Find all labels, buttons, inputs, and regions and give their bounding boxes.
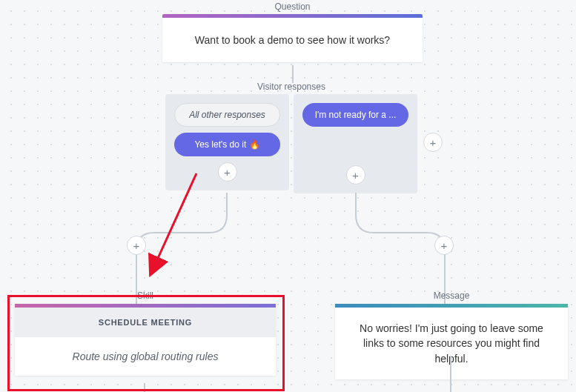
response-pill-notready[interactable]: I'm not ready for a ... [302, 103, 408, 127]
section-label-question: Question [162, 1, 423, 12]
add-response-button-right[interactable]: + [346, 165, 365, 185]
response-panel-right[interactable]: I'm not ready for a ... + [294, 94, 417, 193]
section-label-message: Message [335, 290, 568, 301]
section-label-responses: Visitor responses [165, 82, 417, 92]
question-text: Want to book a demo to see how it works? [162, 18, 423, 62]
flow-canvas: Question Want to book a demo to see how … [0, 0, 576, 392]
add-node-button-left[interactable]: + [127, 236, 146, 255]
skill-body: Route using global routing rules [15, 337, 276, 376]
message-node[interactable]: No worries! I'm just going to leave some… [335, 304, 568, 379]
skill-header: SCHEDULE MEETING [15, 308, 276, 337]
plus-icon: + [133, 239, 140, 252]
plus-icon: + [352, 169, 359, 182]
section-label-skill: Skill [15, 290, 276, 301]
add-response-panel-button[interactable]: + [423, 133, 443, 152]
message-text: No worries! I'm just going to leave some… [335, 308, 568, 379]
connector-line [291, 65, 295, 83]
connector-line [142, 383, 147, 392]
plus-icon: + [430, 136, 437, 149]
plus-icon: + [224, 166, 231, 179]
response-panel-left[interactable]: All other responses Yes let's do it 🔥 + [165, 94, 289, 190]
add-response-button-left[interactable]: + [218, 162, 237, 182]
skill-node[interactable]: SCHEDULE MEETING Route using global rout… [15, 304, 276, 376]
response-pill-other[interactable]: All other responses [174, 103, 280, 127]
add-node-button-right[interactable]: + [434, 236, 454, 255]
plus-icon: + [441, 239, 448, 252]
question-node[interactable]: Want to book a demo to see how it works? [162, 14, 423, 62]
response-pill-yes[interactable]: Yes let's do it 🔥 [174, 133, 280, 156]
